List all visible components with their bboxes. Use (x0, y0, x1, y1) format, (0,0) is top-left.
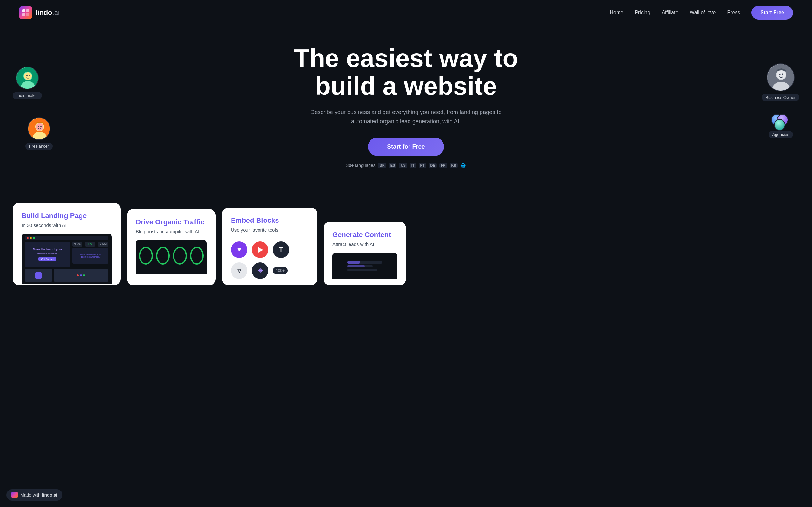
lang-de: DE (429, 163, 437, 168)
avatar-agencies: Agencies (768, 114, 793, 138)
nav-links: Home Pricing Affiliate Wall of love Pres… (610, 6, 793, 20)
seo-scores: 96 Perf. 100 Access. 100 Best P. 100 SEO (139, 247, 204, 271)
score-accessibility: 100 Access. (156, 247, 170, 265)
avatar-business-owner-img (767, 63, 795, 91)
avatar-agencies-group (771, 114, 790, 128)
hero-cta-button[interactable]: Start for Free (368, 137, 444, 156)
card-generate-title: Generate Content (333, 231, 397, 239)
avatar-agency-3 (774, 119, 785, 130)
card-embed-subtitle: Use your favorite tools (231, 227, 308, 233)
lang-es: ES (389, 163, 397, 168)
nav-wall-of-love[interactable]: Wall of love (690, 10, 716, 15)
svg-rect-26 (347, 265, 365, 268)
svg-point-7 (24, 72, 32, 80)
avatar-business-owner: Business Owner (762, 63, 799, 101)
card-landing-subtitle: In 30 seconds with AI (21, 222, 112, 228)
lang-br: BR (378, 163, 386, 168)
generate-content-visual (346, 257, 384, 275)
hero-title: The easiest way to build a website (294, 44, 518, 100)
lang-us: US (399, 163, 407, 168)
logo-text: lindo.ai (36, 9, 60, 17)
avatar-indie-maker-label: Indie maker (13, 92, 42, 99)
card-traffic-title: Drive Organic Traffic (136, 218, 207, 226)
metric-1: 95% (72, 242, 83, 246)
card-generate-content: Generate Content Attract leads with AI (323, 222, 406, 285)
lang-globe-icon: 🌐 (460, 163, 466, 168)
svg-point-21 (781, 73, 783, 75)
icon-asterisk: ✳ (252, 262, 268, 279)
hero-subtitle: Describe your business and get everythin… (305, 108, 507, 126)
dot-yellow (30, 237, 32, 239)
score-performance: 96 Perf. (139, 247, 153, 265)
start-free-button[interactable]: Start Free (751, 6, 793, 20)
lang-it: IT (410, 163, 416, 168)
svg-rect-2 (22, 13, 26, 16)
avatar-freelancer: Freelancer (26, 117, 53, 150)
embed-icons-grid: ♥ ▶ T ▽ ✳ 100+ (231, 238, 308, 285)
score-seo: 100 SEO (190, 247, 204, 265)
nav-home[interactable]: Home (610, 10, 623, 15)
icon-vuetify: ▽ (231, 262, 247, 279)
card-embed-title: Embed Blocks (231, 216, 308, 225)
avatar-indie-maker: Indie maker (13, 66, 42, 99)
svg-point-9 (29, 75, 30, 76)
made-with-text: Made with lindo.ai (20, 493, 57, 498)
avatar-freelancer-label: Freelancer (26, 143, 53, 150)
made-with-brand: lindo.ai (42, 493, 57, 498)
logo[interactable]: lindo.ai (19, 6, 60, 19)
card-build-landing-page: Build Landing Page In 30 seconds with AI… (13, 203, 120, 285)
dot-green (33, 237, 35, 239)
svg-point-14 (38, 126, 39, 127)
browser-bar (25, 236, 108, 240)
avatar-business-owner-label: Business Owner (762, 94, 799, 101)
icon-t-letter: T (273, 241, 289, 258)
svg-rect-24 (347, 269, 377, 271)
avatar-indie-maker-img (16, 66, 39, 89)
nav-press[interactable]: Press (727, 10, 740, 15)
avatar-freelancer-img (28, 117, 50, 140)
svg-rect-0 (22, 9, 26, 12)
svg-point-8 (26, 75, 28, 76)
svg-point-19 (777, 70, 786, 79)
card-embed-blocks: Embed Blocks Use your favorite tools ♥ ▶… (222, 208, 317, 285)
card-traffic-subtitle: Blog posts on autopilot with AI (136, 229, 207, 234)
hero-section: Indie maker Freelancer (0, 25, 812, 203)
nav-pricing[interactable]: Pricing (635, 10, 650, 15)
embed-count-badge: 100+ (273, 267, 288, 274)
svg-point-15 (40, 126, 42, 127)
svg-point-20 (779, 74, 780, 75)
nav-affiliate[interactable]: Affiliate (662, 10, 678, 15)
hero-languages: 30+ languages BR ES US IT PT DE FR KR 🌐 (346, 163, 466, 168)
avatar-agencies-label: Agencies (768, 131, 793, 138)
svg-rect-3 (26, 13, 29, 16)
feature-cards-row: Build Landing Page In 30 seconds with AI… (0, 203, 812, 304)
svg-point-13 (36, 123, 44, 130)
metric-3: 7.6M (98, 242, 108, 246)
svg-rect-25 (347, 261, 360, 264)
card-generate-subtitle: Attract leads with AI (333, 241, 397, 247)
made-with-badge[interactable]: Made with lindo.ai (6, 489, 62, 501)
lang-pt: PT (419, 163, 426, 168)
metric-2: 30% (85, 242, 95, 246)
dot-red (27, 237, 29, 239)
card-drive-traffic: Drive Organic Traffic Blog posts on auto… (127, 209, 216, 285)
icon-heart-purple: ♥ (231, 241, 247, 258)
logo-icon (19, 6, 32, 19)
navbar: lindo.ai Home Pricing Affiliate Wall of … (0, 0, 812, 25)
icon-youtube: ▶ (252, 241, 268, 258)
lang-kr: KR (450, 163, 458, 168)
card-landing-title: Build Landing Page (21, 212, 112, 220)
score-best-practices: 100 Best P. (173, 247, 187, 265)
card-landing-preview: Make the best of your business analytics… (21, 233, 112, 284)
lang-fr: FR (439, 163, 447, 168)
svg-rect-1 (26, 9, 29, 12)
made-with-logo-icon (11, 492, 18, 498)
